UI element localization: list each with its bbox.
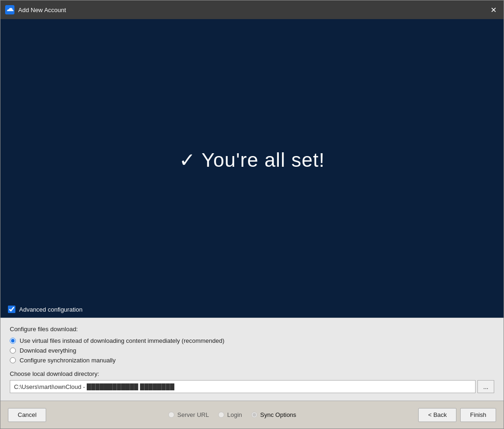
radio-download-label[interactable]: Download everything: [20, 347, 76, 354]
radio-virtual[interactable]: [10, 338, 16, 344]
app-icon: [5, 5, 14, 14]
dir-browse-button[interactable]: ...: [477, 380, 494, 393]
window: Add New Account ✕ ✓ You're all set! Adva…: [0, 0, 504, 429]
wizard-step-sync-options: Sync Options: [251, 411, 296, 418]
footer-cancel-wrapper: Cancel: [8, 408, 46, 422]
wizard-step-login: Login: [218, 411, 242, 418]
advanced-config-checkbox[interactable]: [8, 306, 15, 313]
wizard-step-login-label: Login: [227, 411, 242, 418]
wizard-step-sync-options-label: Sync Options: [260, 411, 296, 418]
wizard-step-server-url: Server URL: [168, 411, 209, 418]
advanced-config-label[interactable]: Advanced configuration: [19, 306, 83, 313]
radio-option-manual: Configure synchronization manually: [10, 357, 494, 364]
wizard-step-server-url-radio: [168, 412, 174, 418]
dir-input-row: ...: [10, 380, 494, 393]
files-download-label: Configure files download:: [10, 326, 494, 333]
window-title: Add New Account: [18, 7, 488, 14]
config-panel: Configure files download: Use virtual fi…: [0, 318, 504, 401]
wizard-steps: Server URL Login Sync Options: [46, 411, 418, 418]
dir-input[interactable]: [10, 380, 476, 393]
dir-section: Choose local download directory: ...: [10, 370, 494, 393]
radio-option-virtual: Use virtual files instead of downloading…: [10, 337, 494, 344]
finish-button[interactable]: Finish: [460, 408, 496, 422]
wizard-step-login-radio: [218, 412, 224, 418]
close-button[interactable]: ✕: [488, 4, 499, 15]
success-message: ✓ You're all set!: [179, 149, 324, 171]
radio-manual[interactable]: [10, 357, 16, 363]
radio-download[interactable]: [10, 347, 16, 354]
wizard-step-server-url-label: Server URL: [177, 411, 209, 418]
footer-nav: < Back Finish: [418, 408, 496, 422]
wizard-step-sync-options-radio: [251, 412, 257, 418]
main-content-area: ✓ You're all set!: [0, 19, 504, 301]
footer: Cancel Server URL Login Sync Options < B…: [0, 401, 504, 429]
back-button[interactable]: < Back: [418, 408, 456, 422]
radio-option-download: Download everything: [10, 347, 494, 354]
cancel-button[interactable]: Cancel: [8, 408, 46, 422]
dir-label: Choose local download directory:: [10, 370, 494, 377]
radio-virtual-label[interactable]: Use virtual files instead of downloading…: [20, 337, 224, 344]
radio-manual-label[interactable]: Configure synchronization manually: [20, 357, 116, 364]
advanced-config-bar: Advanced configuration: [0, 301, 504, 318]
titlebar: Add New Account ✕: [0, 0, 504, 19]
